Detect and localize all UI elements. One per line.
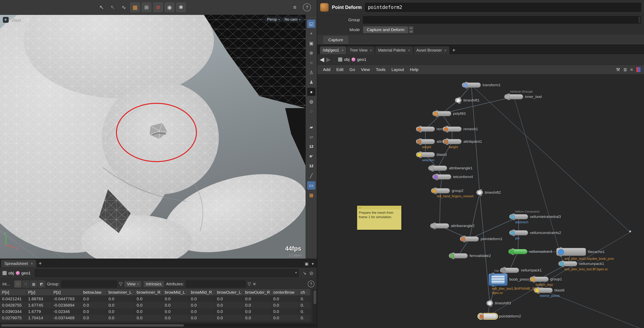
viewport-3d[interactable]: y x View Persp▾ No cam▾ 44fps 22.89ms <box>0 15 306 259</box>
table-cell[interactable]: 0.0 <box>163 302 189 308</box>
group-input[interactable] <box>61 280 117 287</box>
h-scrollbar[interactable] <box>1 324 316 327</box>
new-tab-button[interactable]: + <box>36 260 44 267</box>
table-cell[interactable]: 0.0 <box>215 308 243 315</box>
column-header[interactable]: P[x] <box>0 289 26 296</box>
tab-spreadsheet[interactable]: Spreadsheet × <box>1 260 36 267</box>
table-cell[interactable]: 0.0 <box>271 302 299 308</box>
node-femvalidate2[interactable]: femvalidate2 <box>449 253 468 258</box>
new-pane-tab-button[interactable]: + <box>450 47 458 54</box>
node-vellumtetrahedral3[interactable]: vellumtetrahedral3Vellum Constraintstets… <box>509 214 528 219</box>
select-arrow-icon[interactable]: ↖ <box>97 3 106 12</box>
table-cell[interactable]: 0.0 <box>135 302 163 308</box>
table-cell[interactable]: 0.0 <box>243 315 271 321</box>
table-cell[interactable]: -0.0374469 <box>52 315 81 321</box>
close-icon[interactable]: × <box>342 48 344 53</box>
menu-help[interactable]: Help <box>407 66 422 73</box>
table-cell[interactable]: 1.67745 <box>26 302 52 308</box>
column-header[interactable]: browMid_R <box>189 289 215 296</box>
hand-tool-icon[interactable]: ☛ <box>307 152 316 160</box>
table-cell[interactable]: 0.0 <box>106 315 135 321</box>
active-overlay-icon[interactable]: ▭ <box>307 181 316 190</box>
table-cell[interactable]: 0.0 <box>81 315 106 321</box>
v-scrollbar[interactable] <box>313 289 317 323</box>
table-cell[interactable]: 0.0 <box>271 308 299 315</box>
table-cell[interactable]: 0. <box>299 308 310 315</box>
pane-collapse-icon[interactable]: ▾ <box>312 261 314 266</box>
reference-12-icon[interactable]: 12 <box>307 142 316 151</box>
table-cell[interactable]: 0.0 <box>243 302 271 308</box>
column-header[interactable]: centerBrow <box>271 289 299 296</box>
table-cell[interactable]: 0.0 <box>106 296 135 302</box>
table-cell[interactable]: 0.0 <box>106 302 135 308</box>
sort-list-icon[interactable]: ≡ <box>290 3 300 12</box>
table-cell[interactable]: 0.0 <box>163 315 189 321</box>
node-blast3[interactable]: blast3selection <box>416 152 435 157</box>
close-view-icon[interactable]: ⊗ <box>307 49 316 57</box>
table-cell[interactable]: 0.0 <box>81 302 106 308</box>
table-cell[interactable]: 0.0 <box>215 296 243 302</box>
follow-selection-icon[interactable]: ◎ <box>310 270 313 276</box>
pane-tab--obj-geo1[interactable]: /obj/geo1× <box>320 46 346 54</box>
render-view-icon[interactable]: ◉ <box>165 3 174 12</box>
eyedropper-icon[interactable]: ▱ <box>307 133 316 141</box>
table-cell[interactable]: 1.68783 <box>26 296 52 302</box>
secondary-arrow-icon[interactable]: ↖ <box>108 3 117 12</box>
menu-tools[interactable]: Tools <box>373 66 388 73</box>
color-palette-icon[interactable] <box>636 67 641 72</box>
circle-select-icon[interactable]: ○ <box>307 59 316 67</box>
column-header[interactable]: browInner_R <box>135 289 163 296</box>
table-cell[interactable]: 0.0 <box>189 296 215 302</box>
column-header[interactable]: P[z] <box>52 289 81 296</box>
attributes-funnel-icon[interactable]: ▽ <box>248 281 251 286</box>
node-attribpaint1[interactable]: attribpaint1weight <box>442 139 462 144</box>
character-pose-icon[interactable]: ♙ <box>307 68 316 77</box>
table-cell[interactable]: -0.0236894 <box>52 302 81 308</box>
node-tetconform4[interactable]: tetconform4 <box>432 174 451 180</box>
path-obj-chip[interactable]: obj <box>2 271 14 275</box>
mode-spinner[interactable]: ▴ ▾ <box>409 26 414 33</box>
node-remesh2[interactable]: remesh2 <box>416 126 435 132</box>
table-cell[interactable]: 0.0428755 <box>0 302 26 308</box>
node-vellumconstraints2[interactable]: vellumconstraints2pin <box>509 230 528 235</box>
column-header[interactable]: ch <box>299 289 310 296</box>
table-cell[interactable]: 0.0 <box>106 308 135 315</box>
node-pointdeform2[interactable]: pointdeform2 <box>478 314 497 319</box>
table-cell[interactable]: 0. <box>299 296 310 302</box>
node-polyfill3[interactable]: polyfill3 <box>432 111 451 116</box>
close-icon[interactable]: × <box>408 48 410 53</box>
column-header[interactable]: browMid_L <box>163 289 189 296</box>
node-timeshift2[interactable]: timeshift2 <box>476 190 483 195</box>
paint-capture-icon[interactable]: ▦ <box>130 3 140 12</box>
table-row[interactable]: 0.04287551.67745-0.02368940.00.00.00.00.… <box>0 302 313 308</box>
sticky-note[interactable]: — Prepare the mesh from frame 1 for simu… <box>357 206 402 230</box>
node-remesh1[interactable]: remesh1 <box>442 126 462 132</box>
menu-layout[interactable]: Layout <box>388 66 407 73</box>
group-funnel-icon[interactable]: ▽ <box>119 281 122 286</box>
table-cell[interactable]: 0.0 <box>189 302 215 308</box>
network-menu-icon[interactable]: ≡ <box>630 67 633 72</box>
table-cell[interactable]: -0.0447763 <box>52 296 81 302</box>
disable-icon[interactable]: ⊘ <box>153 3 163 12</box>
node-inner_bod[interactable]: inner_bodAttribute Wrangle <box>504 94 523 99</box>
column-header[interactable]: belowJaw <box>81 289 106 296</box>
column-header[interactable]: P[y] <box>26 289 52 296</box>
node-timeshift3[interactable]: timeshift3 <box>486 301 493 306</box>
table-cell[interactable]: 0.0279075 <box>0 315 26 321</box>
network-list-icon[interactable]: ≣ <box>623 67 627 72</box>
table-cell[interactable]: 0.0 <box>189 315 215 321</box>
table-cell[interactable]: 0.0 <box>135 315 163 321</box>
table-cell[interactable]: 0.0 <box>271 296 299 302</box>
ruler-icon[interactable]: ╱ <box>307 172 316 180</box>
brush-tool-icon[interactable]: ▰ <box>307 123 316 131</box>
back-button[interactable]: ◀ <box>320 57 324 62</box>
table-row[interactable]: 0.04212411.68783-0.04477630.00.00.00.00.… <box>0 296 313 302</box>
breadcrumb-geo1[interactable]: geo1 <box>352 57 366 62</box>
customize-toolbar-icon[interactable]: ⚒ <box>616 67 620 72</box>
table-cell[interactable]: 0. <box>299 302 310 308</box>
column-header[interactable]: browInner_L <box>106 289 135 296</box>
column-header[interactable]: browOuter_R <box>243 289 271 296</box>
pane-tab-tree-view[interactable]: Tree View× <box>347 46 375 54</box>
match-icon[interactable]: ≡ <box>253 281 256 287</box>
breadcrumb-obj[interactable]: obj <box>338 57 350 62</box>
